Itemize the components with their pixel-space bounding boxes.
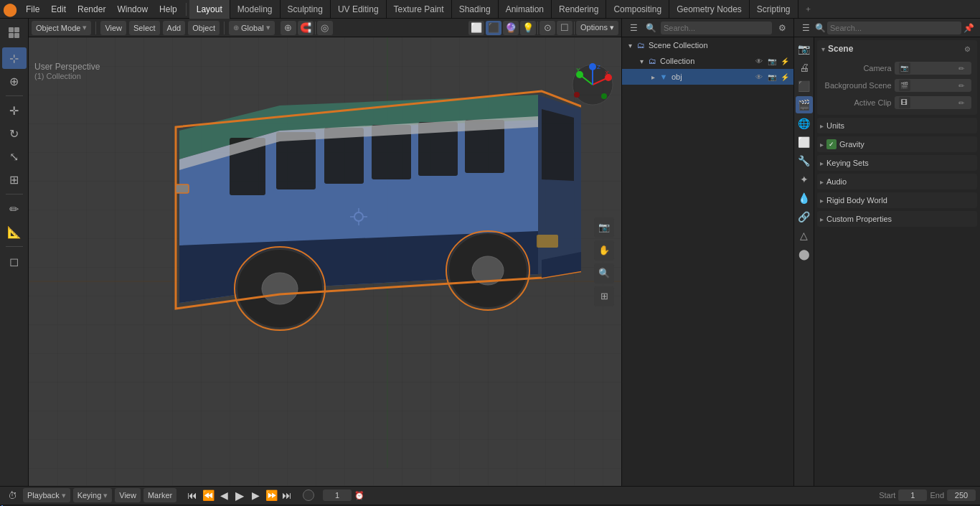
view-menu[interactable]: View — [100, 21, 126, 35]
scene-section-header[interactable]: ▾ Scene ⚙ — [817, 40, 977, 57]
object-menu[interactable]: Object — [188, 21, 220, 35]
obj-render-icon[interactable]: 📷 — [766, 71, 778, 83]
step-back-button[interactable]: ◀ — [217, 488, 231, 502]
step-forward-button[interactable]: ▶ — [248, 488, 263, 502]
collection-hide-render-icon[interactable]: 📷 — [766, 55, 778, 67]
transform-tool-button[interactable]: ⊞ — [2, 169, 27, 190]
background-scene-value[interactable]: 🎬 ✏ — [895, 79, 972, 92]
current-frame-input[interactable] — [323, 489, 352, 501]
camera-value[interactable]: 📷 ✏ — [895, 62, 972, 75]
jump-next-button[interactable]: ⏩ — [264, 488, 278, 502]
props-tab-material[interactable]: ⬤ — [796, 245, 813, 263]
rotate-tool-button[interactable]: ↻ — [2, 123, 27, 144]
bus-object[interactable] — [136, 73, 581, 403]
snap-button[interactable]: 🧲 — [298, 21, 314, 35]
active-clip-pick-icon[interactable]: ✏ — [956, 97, 967, 108]
keying-sets-header[interactable]: ▸ Keying Sets — [817, 155, 977, 171]
end-frame-input[interactable] — [947, 489, 976, 501]
viewport-nav-pan[interactable]: ✋ — [594, 240, 614, 261]
workspace-tab-layout[interactable]: Layout — [189, 0, 230, 19]
collection-row[interactable]: ▾ 🗂 Collection 👁 📷 ⚡ — [622, 53, 793, 69]
select-tool-button[interactable]: ⊹ — [2, 47, 27, 69]
add-cube-button[interactable]: ◻ — [2, 250, 27, 272]
camera-pick-icon[interactable]: ✏ — [956, 62, 967, 74]
props-tab-view-layer[interactable]: ⬛ — [796, 78, 813, 95]
obj-row[interactable]: ▸ ▼ obj 👁 📷 ⚡ — [622, 69, 793, 85]
viewport[interactable]: Object Mode ▾ View Select Add Object ⊕ G… — [29, 19, 621, 486]
props-tab-particles[interactable]: ✦ — [796, 171, 813, 188]
select-menu[interactable]: Select — [129, 21, 160, 35]
gravity-section-header[interactable]: ▸ ✓ Gravity — [817, 136, 977, 152]
menu-file[interactable]: File — [20, 0, 45, 19]
props-tab-physics[interactable]: 💧 — [796, 189, 813, 207]
add-workspace-button[interactable]: ＋ — [798, 0, 818, 19]
props-tab-render[interactable]: 📷 — [796, 40, 813, 57]
active-clip-value[interactable]: 🎞 ✏ — [895, 96, 972, 109]
obj-hide-icon[interactable]: 👁 — [753, 71, 765, 83]
jump-start-button[interactable]: ⏮ — [185, 488, 199, 502]
cursor-tool-button[interactable]: ⊕ — [2, 70, 27, 92]
props-tab-modifier[interactable]: 🔧 — [796, 152, 813, 169]
collection-filter-icon[interactable]: ⚡ — [779, 55, 791, 67]
props-tab-data[interactable]: △ — [796, 227, 813, 244]
units-section-header[interactable]: ▸ Units — [817, 118, 977, 133]
audio-header[interactable]: ▸ Audio — [817, 174, 977, 189]
obj-filter-icon[interactable]: ⚡ — [779, 71, 791, 83]
obj-expand[interactable]: ▸ — [648, 72, 658, 82]
workspace-tab-geometry-nodes[interactable]: Geometry Nodes — [669, 0, 750, 19]
view-menu-timeline[interactable]: View — [115, 488, 141, 502]
custom-props-header[interactable]: ▸ Custom Properties — [817, 211, 977, 227]
scene-settings-icon[interactable]: ⚙ — [961, 43, 973, 55]
bg-scene-pick-icon[interactable]: ✏ — [956, 80, 967, 91]
menu-help[interactable]: Help — [154, 0, 183, 19]
props-search-input[interactable] — [827, 22, 961, 34]
scene-collection-row[interactable]: ▾ 🗂 Scene Collection — [622, 37, 793, 53]
jump-end-button[interactable]: ⏭ — [280, 488, 294, 502]
transform-orientation-dropdown[interactable]: ⊕ Global ▾ — [229, 21, 275, 35]
canvas-area[interactable]: User Perspective (1) Collection X Y — [29, 37, 621, 486]
props-tab-output[interactable]: 🖨 — [796, 59, 813, 76]
menu-edit[interactable]: Edit — [45, 0, 72, 19]
workspace-tab-rendering[interactable]: Rendering — [552, 0, 606, 19]
viewport-shading-material[interactable]: 🔮 — [503, 21, 519, 35]
object-mode-dropdown[interactable]: Object Mode ▾ — [32, 21, 91, 35]
workspace-tab-scripting[interactable]: Scripting — [750, 0, 798, 19]
scene-collection-expand[interactable]: ▾ — [625, 40, 635, 50]
measure-tool-button[interactable]: 📐 — [2, 221, 27, 243]
props-tab-scene[interactable]: 🎬 — [796, 96, 813, 113]
playback-menu[interactable]: Playback ▾ — [23, 488, 70, 502]
jump-prev-button[interactable]: ⏪ — [201, 488, 215, 502]
menu-render[interactable]: Render — [72, 0, 111, 19]
outliner-view-filter[interactable]: ☰ — [626, 21, 641, 35]
keying-menu[interactable]: Keying ▾ — [73, 488, 113, 502]
props-tab-object[interactable]: ⬜ — [796, 133, 813, 151]
annotate-tool-button[interactable]: ✏ — [2, 198, 27, 220]
workspace-tab-texture-paint[interactable]: Texture Paint — [387, 0, 452, 19]
props-tab-constraints[interactable]: 🔗 — [796, 208, 813, 225]
outliner-search-input[interactable] — [661, 22, 772, 34]
rigid-body-header[interactable]: ▸ Rigid Body World — [817, 192, 977, 208]
viewport-shading-solid[interactable]: ⬛ — [486, 21, 501, 35]
workspace-tab-shading[interactable]: Shading — [452, 0, 499, 19]
scale-tool-button[interactable]: ⤡ — [2, 146, 27, 167]
xray-button[interactable]: ☐ — [557, 21, 573, 35]
gravity-checkbox[interactable]: ✓ — [826, 139, 837, 149]
viewport-shading-wireframe[interactable]: ⬜ — [468, 21, 484, 35]
viewport-nav-zoom[interactable]: 🔍 — [594, 263, 614, 284]
workspace-tab-sculpting[interactable]: Sculpting — [281, 0, 331, 19]
collection-hide-viewport-icon[interactable]: 👁 — [753, 55, 765, 67]
collection-expand[interactable]: ▾ — [636, 56, 646, 66]
workspace-tab-modeling[interactable]: Modeling — [230, 0, 281, 19]
viewport-shading-rendered[interactable]: 💡 — [520, 21, 536, 35]
axis-gizmo[interactable]: X Y Z — [571, 63, 614, 106]
props-view-filter[interactable]: ☰ — [798, 21, 813, 35]
viewport-nav-camera[interactable]: 📷 — [594, 217, 614, 238]
play-button[interactable]: ▶ — [232, 488, 247, 502]
pivot-point-button[interactable]: ⊕ — [281, 21, 296, 35]
props-pin-icon[interactable]: 📌 — [961, 21, 976, 35]
menu-window[interactable]: Window — [111, 0, 154, 19]
marker-menu[interactable]: Marker — [143, 488, 176, 502]
workspace-tab-compositing[interactable]: Compositing — [606, 0, 669, 19]
workspace-tab-animation[interactable]: Animation — [499, 0, 552, 19]
viewport-nav-toggle[interactable]: ⊞ — [594, 286, 614, 306]
